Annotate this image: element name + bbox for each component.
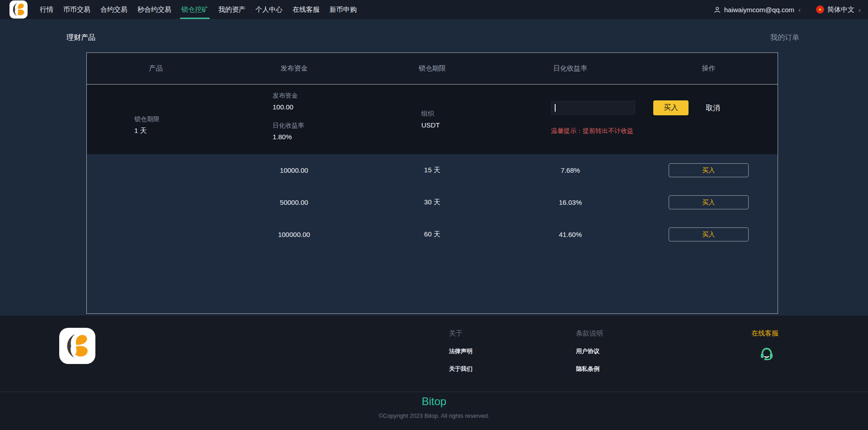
buy-button[interactable]: 买入 <box>669 195 749 209</box>
nav-item-markets[interactable]: 行情 <box>35 0 58 19</box>
footer-terms-heading: 条款说明 <box>576 329 603 338</box>
bitop-logo-icon <box>11 2 26 17</box>
warning-text: 温馨提示：提前转出不计收益 <box>551 127 633 135</box>
col-header-product: 产品 <box>87 64 225 73</box>
page-footer: 关于 法律声明 关于我们 条款说明 用户协议 隐私条例 在线客服 Bitop ©… <box>0 316 868 430</box>
user-account-menu[interactable]: haiwaiymcom@qq.com ‹ <box>713 6 801 14</box>
nav-item-profile[interactable]: 个人中心 <box>250 0 288 19</box>
nav-item-contract-trade[interactable]: 合约交易 <box>95 0 132 19</box>
top-navbar: 行情 币币交易 合约交易 秒合约交易 锁仓挖矿 我的资产 个人中心 在线客服 新… <box>0 0 868 19</box>
buy-button[interactable]: 买入 <box>669 163 749 177</box>
page-title: 理财产品 <box>66 33 95 43</box>
nav-item-spot-trade[interactable]: 币币交易 <box>58 0 95 19</box>
page-header: 理财产品 我的订单 <box>66 33 799 43</box>
nav-item-new-coin[interactable]: 新币申购 <box>325 0 362 19</box>
footer-link-legal[interactable]: 法律声明 <box>449 347 472 355</box>
navbar-right: haiwaiymcom@qq.com ‹ ★ 简体中文 ‹ <box>713 5 861 14</box>
cell-daily-rate: 41.60% <box>501 231 640 238</box>
org-field: 组织 USDT <box>421 110 440 129</box>
publish-amount-field: 发布资金 100.00 <box>273 92 298 111</box>
text-caret <box>555 104 556 112</box>
publish-amount-value: 100.00 <box>273 103 298 111</box>
nav-item-second-contract[interactable]: 秒合约交易 <box>132 0 176 19</box>
nav-item-online-support[interactable]: 在线客服 <box>288 0 325 19</box>
publish-amount-label: 发布资金 <box>273 92 298 100</box>
chevron-icon: ‹ <box>798 6 801 14</box>
lock-period-field: 锁仓期限 1 天 <box>134 115 160 135</box>
cn-flag-icon: ★ <box>816 5 824 14</box>
cell-daily-rate: 16.03% <box>501 198 640 206</box>
lock-period-label: 锁仓期限 <box>134 115 160 123</box>
expanded-purchase-row: 锁仓期限 1 天 发布资金 100.00 日化收益率 1.80% 组织 USDT… <box>87 85 778 154</box>
col-header-action: 操作 <box>639 64 778 73</box>
buy-button[interactable]: 买入 <box>669 227 749 241</box>
headset-icon[interactable] <box>758 345 775 364</box>
cell-publish-amount: 100000.00 <box>225 231 363 238</box>
footer-customer-service-label[interactable]: 在线客服 <box>751 329 778 338</box>
nav-item-my-assets[interactable]: 我的资产 <box>213 0 250 19</box>
org-value: USDT <box>421 121 440 129</box>
footer-copyright: ©Copyright 2023 Bitop. All rights reserv… <box>0 412 868 419</box>
footer-link-privacy[interactable]: 隐私条例 <box>576 365 603 373</box>
footer-link-user-agreement[interactable]: 用户协议 <box>576 347 603 355</box>
col-header-lock-period: 锁仓期限 <box>363 64 501 73</box>
products-table: 产品 发布资金 锁仓期限 日化收益率 操作 锁仓期限 1 天 发布资金 100.… <box>86 52 778 314</box>
language-selector[interactable]: ★ 简体中文 ‹ <box>816 5 861 14</box>
footer-divider <box>0 392 868 392</box>
footer-brand-logo <box>59 328 95 364</box>
nav-item-staking-mining[interactable]: 锁仓挖矿 <box>176 0 213 19</box>
table-row: 10000.00 15 天 7.68% 买入 <box>87 154 778 186</box>
user-email: haiwaiymcom@qq.com <box>724 6 794 14</box>
language-label: 简体中文 <box>827 5 854 14</box>
person-icon <box>713 6 721 14</box>
footer-link-about-us[interactable]: 关于我们 <box>449 365 472 373</box>
confirm-buy-button[interactable]: 买入 <box>653 100 689 115</box>
cancel-button[interactable]: 取消 <box>706 104 720 113</box>
table-header-row: 产品 发布资金 锁仓期限 日化收益率 操作 <box>87 53 778 85</box>
cell-publish-amount: 50000.00 <box>225 198 363 206</box>
col-header-publish-amount: 发布资金 <box>225 64 363 73</box>
cell-publish-amount: 10000.00 <box>225 166 363 174</box>
my-orders-link[interactable]: 我的订单 <box>770 33 799 43</box>
brand-logo[interactable] <box>9 0 28 19</box>
footer-terms-column: 条款说明 用户协议 隐私条例 <box>576 329 603 373</box>
footer-about-heading: 关于 <box>449 329 472 338</box>
org-label: 组织 <box>421 110 440 118</box>
main-nav: 行情 币币交易 合约交易 秒合约交易 锁仓挖矿 我的资产 个人中心 在线客服 新… <box>35 0 362 19</box>
buy-amount-input[interactable] <box>551 101 635 115</box>
cell-lock-period: 15 天 <box>363 166 501 175</box>
footer-brand-name: Bitop <box>0 395 868 408</box>
col-header-daily-rate: 日化收益率 <box>501 64 640 73</box>
daily-rate-label: 日化收益率 <box>273 122 304 130</box>
table-row: 100000.00 60 天 41.60% 买入 <box>87 218 778 250</box>
cell-daily-rate: 7.68% <box>501 166 640 174</box>
daily-rate-value: 1.80% <box>273 133 304 141</box>
cell-lock-period: 30 天 <box>363 198 501 207</box>
lock-period-value: 1 天 <box>134 127 160 135</box>
chevron-icon: ‹ <box>859 6 861 14</box>
bitop-logo-icon <box>63 332 91 360</box>
table-row: 50000.00 30 天 16.03% 买入 <box>87 186 778 218</box>
cell-lock-period: 60 天 <box>363 230 501 239</box>
footer-about-column: 关于 法律声明 关于我们 <box>449 329 472 373</box>
main-content: 理财产品 我的订单 产品 发布资金 锁仓期限 日化收益率 操作 锁仓期限 1 天… <box>0 19 868 316</box>
daily-rate-field: 日化收益率 1.80% <box>273 122 304 141</box>
